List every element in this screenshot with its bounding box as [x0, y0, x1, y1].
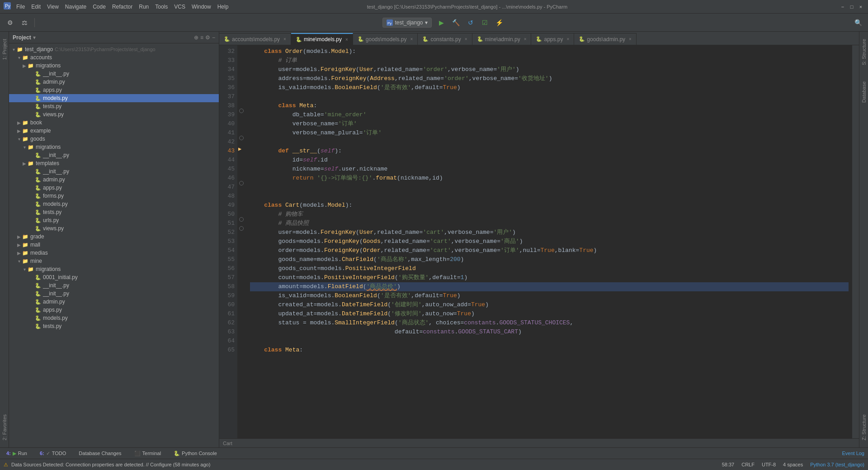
- tree-accounts-views[interactable]: 🐍 views.py: [9, 110, 219, 119]
- tab-mine-models-close[interactable]: ×: [345, 37, 348, 42]
- menu-view[interactable]: View: [44, 3, 61, 11]
- tree-goods-views[interactable]: 🐍 views.py: [9, 224, 219, 233]
- menu-code[interactable]: Code: [90, 3, 108, 11]
- tab-goods-admin-close[interactable]: ×: [629, 37, 632, 42]
- mine-admin-label: admin.py: [43, 299, 65, 305]
- toolbar-gear[interactable]: ⚙: [4, 16, 16, 29]
- tree-grade[interactable]: ▶ 📁 grade: [9, 233, 219, 241]
- menu-vcs[interactable]: VCS: [171, 3, 188, 11]
- book-label: book: [30, 119, 42, 126]
- tree-accounts-init[interactable]: 🐍 __init__.py: [9, 70, 219, 78]
- sidebar-locate-icon[interactable]: ⊕: [194, 34, 198, 41]
- tree-goods-forms[interactable]: 🐍 forms.py: [9, 192, 219, 200]
- tree-mine-apps[interactable]: 🐍 apps.py: [9, 306, 219, 314]
- tree-mall[interactable]: ▶ 📁 mall: [9, 241, 219, 249]
- tree-mine-admin[interactable]: 🐍 admin.py: [9, 298, 219, 306]
- menu-tools[interactable]: Tools: [152, 3, 170, 11]
- cursor-position[interactable]: 58:37: [722, 462, 735, 467]
- tree-mine[interactable]: ▾ 📁 mine: [9, 257, 219, 265]
- file-tab-mine-admin[interactable]: 🐍 mine\admin.py ×: [472, 33, 532, 45]
- tree-goods-templates[interactable]: ▶ 📁 templates: [9, 159, 219, 167]
- tree-mine-models[interactable]: 🐍 models.py: [9, 314, 219, 322]
- tab-mine-admin-close[interactable]: ×: [524, 37, 527, 42]
- tree-goods-migrations[interactable]: ▾ 📁 migrations: [9, 143, 219, 151]
- menu-edit[interactable]: Edit: [28, 3, 43, 11]
- build-button[interactable]: 🔨: [450, 16, 462, 29]
- tree-goods-tests[interactable]: 🐍 tests.py: [9, 208, 219, 216]
- code-editor[interactable]: 32 33 34 35 36 37 38 39 40 41 42 43 44 4…: [219, 45, 859, 438]
- left-tab-favorites[interactable]: 2: Favorites: [1, 411, 8, 444]
- python-console-label: Python Console: [182, 451, 217, 456]
- file-tab-constants[interactable]: 🐍 constants.py ×: [418, 33, 472, 45]
- bottom-tab-db-changes[interactable]: Database Changes: [76, 450, 124, 457]
- code-content[interactable]: class Order(models.Model): # 订单 user=mod…: [246, 45, 852, 438]
- tree-goods-admin[interactable]: 🐍 admin.py: [9, 176, 219, 184]
- coverage-button[interactable]: ☑: [479, 16, 491, 29]
- menu-refactor[interactable]: Refactor: [109, 3, 135, 11]
- file-tab-mine-models[interactable]: 🐍 mine\models.py ×: [291, 33, 353, 45]
- tree-mine-migrations[interactable]: ▾ 📁 migrations: [9, 265, 219, 273]
- file-tab-apps[interactable]: 🐍 apps.py ×: [531, 33, 574, 45]
- tree-accounts-apps[interactable]: 🐍 apps.py: [9, 86, 219, 94]
- tab-constants-close[interactable]: ×: [465, 37, 467, 42]
- code-line-54: order=models.ForeignKey(Order,related_na…: [250, 246, 849, 255]
- encoding[interactable]: UTF-8: [762, 462, 776, 467]
- event-log-label[interactable]: Event Log: [842, 451, 864, 456]
- right-tab-structure-s[interactable]: S: Structure: [860, 35, 868, 69]
- tree-accounts-tests[interactable]: 🐍 tests.py: [9, 102, 219, 110]
- tree-accounts[interactable]: ▾ 📁 accounts: [9, 53, 219, 62]
- tab-apps-close[interactable]: ×: [567, 37, 570, 42]
- tree-accounts-admin[interactable]: 🐍 admin.py: [9, 78, 219, 86]
- tree-example[interactable]: ▶ 📁 example: [9, 127, 219, 135]
- menu-run[interactable]: Run: [136, 3, 151, 11]
- tree-mine-migrations-init[interactable]: 🐍 __init__.py: [9, 281, 219, 290]
- tree-goods-urls[interactable]: 🐍 urls.py: [9, 216, 219, 224]
- tree-accounts-migrations[interactable]: ▶ 📁 migrations: [9, 62, 219, 70]
- toolbar-equalize[interactable]: ⚖: [18, 16, 31, 29]
- tree-goods-init[interactable]: 🐍 __init__.py: [9, 167, 219, 176]
- rerun-button[interactable]: ↺: [464, 16, 477, 29]
- profile-button[interactable]: ⚡: [493, 16, 506, 29]
- search-everywhere-button[interactable]: 🔍: [852, 16, 864, 29]
- run-button[interactable]: ▶: [435, 16, 448, 29]
- close-button[interactable]: ×: [857, 3, 864, 10]
- line-separator[interactable]: CRLF: [741, 462, 755, 467]
- file-tab-accounts-models[interactable]: 🐍 accounts\models.py ×: [219, 33, 291, 45]
- menu-file[interactable]: File: [14, 3, 28, 11]
- interpreter-info[interactable]: Python 3.7 (test_django): [810, 462, 864, 467]
- bottom-tab-run[interactable]: 4: ▶ Run: [4, 450, 30, 457]
- minimize-button[interactable]: −: [839, 3, 846, 10]
- tab-accounts-models-close[interactable]: ×: [283, 37, 286, 42]
- right-tab-db[interactable]: Database: [860, 78, 868, 106]
- tree-root[interactable]: ▾ 📁 test_django C:\Users\23153\PycharmPr…: [9, 45, 219, 53]
- bottom-tab-terminal[interactable]: ⬛ Terminal: [132, 450, 164, 457]
- tree-mine-tests[interactable]: 🐍 tests.py: [9, 322, 219, 330]
- tab-goods-models-close[interactable]: ×: [410, 37, 413, 42]
- tree-accounts-models[interactable]: 🐍 models.py: [9, 94, 219, 102]
- indent-info[interactable]: 4 spaces: [783, 462, 803, 467]
- bottom-tab-python-console[interactable]: 🐍 Python Console: [171, 450, 220, 457]
- menu-navigate[interactable]: Navigate: [62, 3, 89, 11]
- tree-goods-apps[interactable]: 🐍 apps.py: [9, 184, 219, 192]
- scrollbar-gutter[interactable]: [852, 45, 859, 438]
- right-tab-structure-z[interactable]: Z: Structure: [860, 411, 868, 444]
- menu-help[interactable]: Help: [215, 3, 231, 11]
- tree-mine-0001[interactable]: 🐍 0001_initial.py: [9, 273, 219, 281]
- tree-goods[interactable]: ▾ 📁 goods: [9, 135, 219, 143]
- bottom-tab-todo[interactable]: 6: ✓ TODO: [37, 450, 69, 457]
- restore-button[interactable]: □: [848, 3, 855, 10]
- file-tab-goods-models[interactable]: 🐍 goods\models.py ×: [353, 33, 418, 45]
- tree-goods-migrations-init[interactable]: 🐍 __init__.py: [9, 151, 219, 159]
- tree-goods-models[interactable]: 🐍 models.py: [9, 200, 219, 208]
- tree-book[interactable]: ▶ 📁 book: [9, 119, 219, 127]
- menu-window[interactable]: Window: [189, 3, 214, 11]
- tree-mine-init[interactable]: 🐍 __init__.py: [9, 290, 219, 298]
- project-selector[interactable]: Py test_django ▾: [382, 18, 431, 28]
- sidebar-settings-icon[interactable]: ≡: [200, 34, 203, 41]
- sidebar-gear-icon[interactable]: ⚙: [205, 34, 210, 41]
- sidebar-collapse-icon[interactable]: −: [212, 34, 215, 41]
- code-line-36: is_valid=models.BooleanField('是否有效',defa…: [250, 83, 849, 92]
- left-tab-project[interactable]: 1: Project: [1, 35, 8, 63]
- tree-medias[interactable]: ▶ 📁 medias: [9, 249, 219, 257]
- file-tab-goods-admin[interactable]: 🐍 goods\admin.py ×: [574, 33, 637, 45]
